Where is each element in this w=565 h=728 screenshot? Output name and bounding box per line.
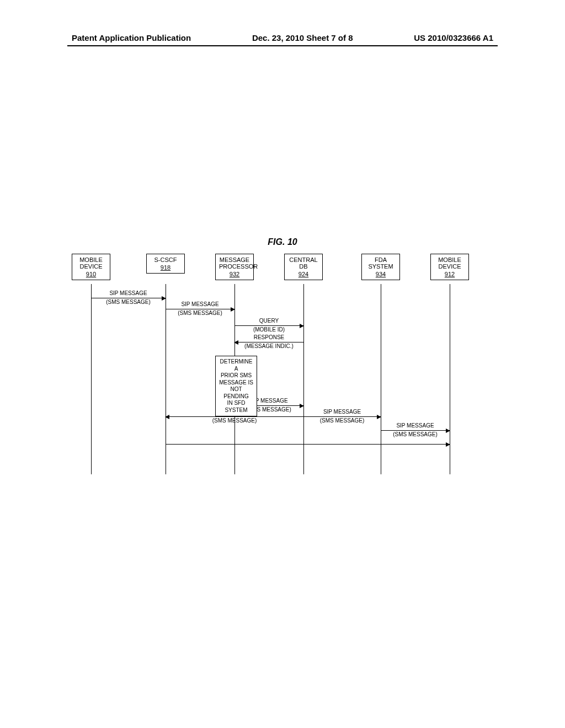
lifeline [91,284,92,474]
lane-header: CENTRAL DB924 [284,254,323,280]
lifeline [303,284,304,474]
lifeline [381,284,381,474]
header-rule [67,45,498,46]
header-right: US 2010/0323666 A1 [414,33,493,42]
header-left: Patent Application Publication [72,33,191,42]
process-box: DETERMINE APRIOR SMSMESSAGE ISNOT PENDIN… [215,356,257,416]
lane-header: MOBILEDEVICE910 [72,254,110,280]
lane-header: MESSAGEPROCESSOR932 [215,254,254,280]
lane-header: S-CSCF918 [146,254,185,274]
sequence-diagram: MOBILEDEVICE910S-CSCF918MESSAGEPROCESSOR… [72,254,486,474]
lane-header: MOBILEDEVICE912 [430,254,469,280]
figure-title: FIG. 10 [268,237,297,247]
header-center: Dec. 23, 2010 Sheet 7 of 8 [252,33,353,42]
lane-header: FDASYSTEM934 [361,254,400,280]
